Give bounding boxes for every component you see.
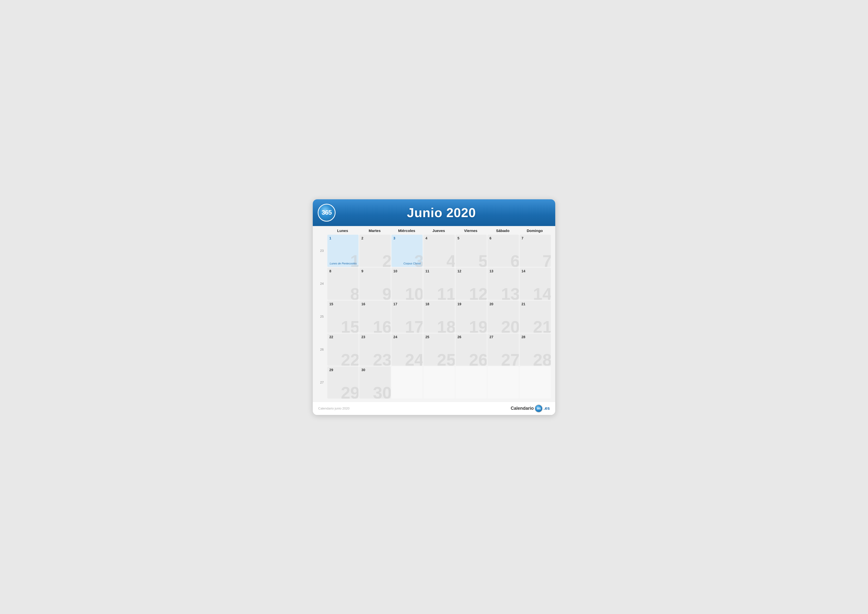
day-watermark-w2-d6: 21: [533, 319, 551, 333]
day-num-w4-d1: 30: [361, 368, 389, 372]
day-num-w3-d3: 25: [425, 335, 453, 339]
day-cell-w1-d4[interactable]: 1212: [456, 267, 487, 300]
day-watermark-w0-d6: 7: [542, 253, 551, 267]
day-watermark-w2-d4: 19: [469, 319, 487, 333]
day-header-martes: Martes: [358, 226, 391, 235]
day-cell-w0-d5[interactable]: 66: [487, 235, 519, 267]
day-watermark-w2-d3: 18: [437, 319, 455, 333]
day-cell-w0-d1[interactable]: 22: [359, 235, 391, 267]
calendar-title: Junio 2020: [336, 205, 547, 220]
week-row-3: 262222232324242525262627272828: [317, 334, 551, 366]
day-watermark-w0-d1: 2: [382, 253, 391, 267]
day-cell-w1-d6[interactable]: 1414: [519, 267, 551, 300]
day-watermark-w2-d2: 17: [405, 319, 423, 333]
day-cell-w3-d5[interactable]: 2727: [487, 334, 519, 366]
day-num-w3-d6: 28: [522, 335, 549, 339]
week-num-3: 26: [317, 334, 327, 366]
day-watermark-w3-d1: 23: [373, 351, 391, 366]
week-row-4: 2729293030: [317, 367, 551, 399]
day-watermark-w3-d0: 22: [341, 351, 359, 366]
day-cell-w1-d0[interactable]: 88: [327, 267, 358, 300]
day-watermark-w3-d5: 27: [501, 351, 519, 366]
day-cell-w3-d0[interactable]: 2222: [327, 334, 358, 366]
day-num-w1-d4: 12: [457, 269, 485, 273]
day-header-jueves: Jueves: [423, 226, 454, 235]
day-watermark-w1-d1: 9: [382, 286, 391, 300]
day-cell-w1-d2[interactable]: 1010: [391, 267, 423, 300]
day-num-w2-d1: 16: [361, 302, 389, 306]
day-cell-w3-d2[interactable]: 2424: [391, 334, 423, 366]
week-row-2: 251515161617171818191920202121: [317, 300, 551, 333]
day-num-w3-d4: 26: [457, 335, 485, 339]
day-cell-w0-d6[interactable]: 77: [519, 235, 551, 267]
day-num-w3-d1: 23: [361, 335, 389, 339]
day-watermark-w2-d5: 20: [501, 319, 519, 333]
day-num-w0-d2: 3: [394, 236, 421, 240]
week-row-0: 2311Lunes de Pentecostés2233Corpus Chris…: [317, 235, 551, 267]
day-cell-w0-d2[interactable]: 33Corpus Christi: [391, 235, 423, 267]
days-header: Lunes Martes Miércoles Jueves Viernes Sá…: [317, 226, 551, 235]
footer-left-text: Calendario junio 2020: [318, 407, 349, 410]
day-num-w0-d3: 4: [425, 236, 453, 240]
day-watermark-w4-d1: 30: [373, 384, 391, 399]
day-cell-w4-d3[interactable]: [423, 367, 454, 399]
footer-brand-text: Calendario: [511, 406, 534, 411]
day-watermark-w0-d4: 5: [478, 253, 487, 267]
day-header-lunes: Lunes: [327, 226, 358, 235]
day-watermark-w1-d0: 8: [350, 286, 359, 300]
day-num-w2-d0: 15: [329, 302, 356, 306]
day-cell-w4-d2[interactable]: [391, 367, 423, 399]
holiday-label-w0-d2: Corpus Christi: [403, 262, 421, 265]
day-num-w0-d6: 7: [522, 236, 549, 240]
day-num-w0-d4: 5: [457, 236, 485, 240]
day-cell-w2-d6[interactable]: 2121: [519, 300, 551, 333]
day-num-w1-d5: 13: [490, 269, 517, 273]
day-cell-w3-d3[interactable]: 2525: [423, 334, 454, 366]
day-cell-w4-d5[interactable]: [487, 367, 519, 399]
day-cell-w1-d5[interactable]: 1313: [487, 267, 519, 300]
week-num-2: 25: [317, 300, 327, 333]
day-watermark-w3-d3: 25: [437, 351, 455, 366]
day-cell-w2-d4[interactable]: 1919: [456, 300, 487, 333]
day-header-viernes: Viernes: [455, 226, 487, 235]
day-header-sabado: Sábado: [487, 226, 519, 235]
day-num-w3-d5: 27: [490, 335, 517, 339]
day-cell-w2-d3[interactable]: 1818: [423, 300, 454, 333]
day-num-w3-d0: 22: [329, 335, 356, 339]
day-cell-w2-d5[interactable]: 2020: [487, 300, 519, 333]
week-num-1: 24: [317, 267, 327, 300]
day-cell-w1-d1[interactable]: 99: [359, 267, 391, 300]
day-cell-w4-d4[interactable]: [456, 367, 487, 399]
day-watermark-w1-d3: 11: [437, 286, 455, 300]
day-cell-w2-d0[interactable]: 1515: [327, 300, 358, 333]
holiday-label-w0-d0: Lunes de Pentecostés: [330, 262, 357, 265]
day-cell-w4-d1[interactable]: 3030: [359, 367, 391, 399]
day-num-w1-d2: 10: [394, 269, 421, 273]
day-cell-w2-d2[interactable]: 1717: [391, 300, 423, 333]
day-cell-w0-d0[interactable]: 11Lunes de Pentecostés: [327, 235, 358, 267]
day-watermark-w4-d0: 29: [341, 384, 359, 399]
day-cell-w4-d0[interactable]: 2929: [327, 367, 358, 399]
day-cell-w3-d4[interactable]: 2626: [456, 334, 487, 366]
day-num-w1-d0: 8: [329, 269, 356, 273]
day-num-w1-d6: 14: [522, 269, 549, 273]
day-cell-w2-d1[interactable]: 1616: [359, 300, 391, 333]
day-cell-w0-d4[interactable]: 55: [456, 235, 487, 267]
calendar-container: 365 Junio 2020 Lunes Martes Miércoles Ju…: [313, 199, 555, 415]
day-cell-w1-d3[interactable]: 1111: [423, 267, 454, 300]
day-cell-w4-d6[interactable]: [519, 367, 551, 399]
day-num-w3-d2: 24: [394, 335, 421, 339]
day-watermark-w2-d0: 15: [341, 319, 359, 333]
day-cell-w3-d1[interactable]: 2323: [359, 334, 391, 366]
calendar-header: 365 Junio 2020: [313, 199, 555, 226]
day-header-miercoles: Miércoles: [391, 226, 423, 235]
day-num-w2-d5: 20: [490, 302, 517, 306]
logo-badge: 365: [318, 204, 336, 222]
day-num-w2-d2: 17: [394, 302, 421, 306]
day-watermark-w1-d2: 10: [405, 286, 423, 300]
week-num-0: 23: [317, 235, 327, 267]
day-cell-w0-d3[interactable]: 44: [423, 235, 454, 267]
day-num-w4-d0: 29: [329, 368, 356, 372]
day-cell-w3-d6[interactable]: 2828: [519, 334, 551, 366]
day-watermark-w0-d5: 6: [510, 253, 519, 267]
